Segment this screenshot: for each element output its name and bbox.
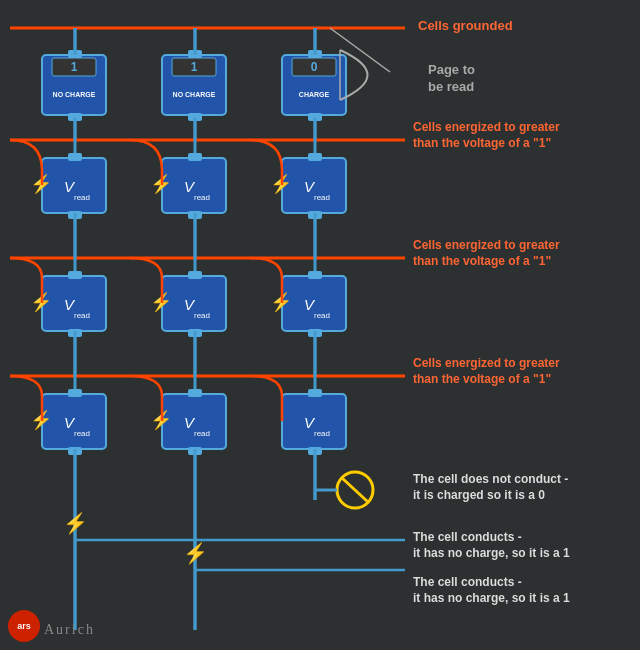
svg-text:read: read <box>194 311 210 320</box>
conducts-label-2: The cell conducts -it has no charge, so … <box>413 575 570 606</box>
svg-text:⚡: ⚡ <box>63 511 88 535</box>
ars-logo: ars <box>8 610 40 642</box>
svg-text:read: read <box>74 193 90 202</box>
svg-text:read: read <box>314 429 330 438</box>
svg-text:NO CHARGE: NO CHARGE <box>173 91 216 98</box>
energized-label-3: Cells energized to greaterthan the volta… <box>413 356 560 387</box>
svg-text:read: read <box>194 429 210 438</box>
energized-label-2: Cells energized to greaterthan the volta… <box>413 238 560 269</box>
aurich-credit: Aurich <box>44 622 95 638</box>
svg-text:NO CHARGE: NO CHARGE <box>53 91 96 98</box>
page-to-read-label: Page tobe read <box>428 62 475 96</box>
conducts-label-1: The cell conducts -it has no charge, so … <box>413 530 570 561</box>
svg-text:read: read <box>74 311 90 320</box>
svg-text:0: 0 <box>311 60 318 74</box>
svg-text:⚡: ⚡ <box>183 541 208 565</box>
svg-text:read: read <box>74 429 90 438</box>
svg-text:read: read <box>314 193 330 202</box>
no-conduct-label: The cell does not conduct -it is charged… <box>413 472 568 503</box>
svg-text:1: 1 <box>191 60 198 74</box>
svg-rect-90 <box>308 389 322 397</box>
svg-rect-36 <box>68 153 82 161</box>
diagram-container: 1 NO CHARGE 1 NO CHARGE 0 CHARGE V read <box>0 0 640 650</box>
svg-rect-84 <box>188 389 202 397</box>
svg-rect-57 <box>68 271 82 279</box>
svg-text:read: read <box>194 193 210 202</box>
svg-text:1: 1 <box>71 60 78 74</box>
cells-grounded-label: Cells grounded <box>418 18 513 35</box>
svg-rect-78 <box>68 389 82 397</box>
svg-rect-48 <box>308 153 322 161</box>
svg-rect-42 <box>188 153 202 161</box>
energized-label-1: Cells energized to greaterthan the volta… <box>413 120 560 151</box>
svg-text:CHARGE: CHARGE <box>299 91 330 98</box>
svg-text:read: read <box>314 311 330 320</box>
svg-rect-69 <box>308 271 322 279</box>
svg-rect-63 <box>188 271 202 279</box>
